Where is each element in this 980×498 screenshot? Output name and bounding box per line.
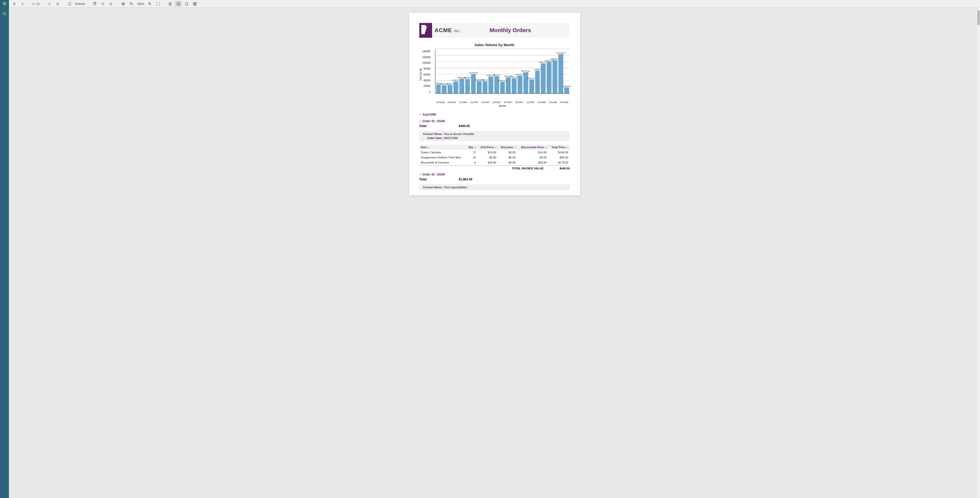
chart-bar: 94222.13 [541,49,546,93]
company-name: ACME INC. [434,27,461,34]
menu-icon[interactable] [2,1,7,6]
chart-bar: 45239.63 [465,49,470,93]
chart-bar: 71398.44 [535,49,540,93]
chart-bar: 47287.68 [511,49,517,93]
svg-rect-1 [94,3,95,5]
chart-bar: 38547.23 [482,49,488,93]
collapse-icon[interactable]: − [419,113,422,116]
last-page-button[interactable] [54,1,61,7]
zoom-out-icon[interactable] [128,1,135,7]
collapse-icon[interactable]: − [419,172,422,177]
multipage-icon[interactable] [91,1,98,7]
total-value: $440.00 [459,124,470,128]
sort-icon: ↓≡ [474,146,476,149]
zoom-level: 100% [136,2,145,5]
chart-bar: 104854.18 [552,49,558,93]
items-table: Item↓≡ Qty↓≡ Unit Price↓≡ Discount↓≡ Dis… [419,145,570,165]
chart-bar: 37515.73 [453,49,458,93]
sort-icon: ↓≡ [513,146,515,149]
collapse-icon[interactable]: − [419,119,422,123]
chart-x-label: Month [435,105,570,107]
single-page-icon[interactable] [183,1,190,7]
chart-y-label: Volume ($) [419,49,422,100]
total-label: Total: [419,178,459,181]
step-forward-icon[interactable] [107,1,115,7]
app-root: 1 / 13 Refresh 100% [0,0,980,498]
chart-bar: 45600.05 [459,49,465,93]
chart-bar: 51020.86 [506,49,511,93]
refresh-label[interactable]: Refresh [74,2,86,5]
col-unit[interactable]: Unit Price↓≡ [477,145,498,150]
chart-bar: 53032.95 [488,49,493,93]
invoice-total-label: TOTAL INVOICE VALUE: [509,167,560,170]
group-order-header[interactable]: −Order ID: 10248 [419,119,570,123]
svg-rect-4 [169,3,172,5]
search-icon[interactable] [2,11,7,16]
group-month-header[interactable]: −July/1996 [419,113,570,116]
svg-rect-6 [193,2,194,5]
toolbar: 1 / 13 Refresh 100% [9,0,980,8]
chart-bar: 36362.81 [500,49,505,93]
order-contact-block: Contact Name:Vins et alcools Chevalier O… [419,131,570,141]
chart-title: Sales Volume by Month [419,43,570,47]
total-label: Total: [419,124,459,128]
scrollbar[interactable] [977,8,980,498]
col-total[interactable]: Total Price↓≡ [548,145,570,150]
reload-icon[interactable] [66,1,73,7]
group-order-header[interactable]: −Order ID: 10249 [419,172,570,177]
left-sidebar [0,0,9,498]
report-title: Monthly Orders [461,27,570,34]
chart-bar: 27861.9 [436,49,441,93]
table-row: Queso Cabrales12$14.00$0.00$14.00$168.00 [419,150,570,155]
chart-bar: 26381.4 [447,49,453,93]
svg-point-0 [3,13,5,14]
sort-icon: ↓≡ [427,146,429,149]
prev-page-button[interactable] [19,1,26,7]
table-row: Mozzarella di Giovanni5$34.80$0.00$34.80… [419,160,570,165]
svg-rect-7 [194,2,195,5]
chart-bar: 61258.08 [471,49,476,93]
step-back-icon[interactable] [99,1,107,7]
next-page-button[interactable] [46,1,53,7]
sort-icon: ↓≡ [566,146,568,149]
col-discprice[interactable]: Discounted Price↓≡ [517,145,548,150]
zoom-in-icon[interactable] [146,1,153,7]
columns-icon[interactable] [191,1,198,7]
chart-bar: 99415.28 [546,49,552,93]
sort-icon: ↓≡ [544,146,547,149]
company-logo [419,23,432,38]
svg-rect-8 [196,2,196,5]
report-viewer[interactable]: ACME INC. Monthly Orders Sales Volume by… [9,8,980,498]
scrollbar-thumb[interactable] [977,10,980,25]
sales-chart: Sales Volume by Month Volume ($) 0200004… [419,43,570,107]
move-icon[interactable] [120,1,127,7]
chart-y-ticks: 020000400006000080000100000120000140000 [422,50,431,93]
svg-rect-5 [186,2,188,5]
chart-x-ticks: 07/199609/199611/199601/199703/199705/19… [435,101,570,103]
col-qty[interactable]: Qty↓≡ [466,145,477,150]
report-header: ACME INC. Monthly Orders [419,23,570,38]
invoice-total-value: $440.00 [560,167,570,170]
chart-plot: 27861.925485.2826381.437515.7345600.0545… [435,49,570,94]
book-icon[interactable] [175,1,182,7]
report-page: ACME INC. Monthly Orders Sales Volume by… [409,13,580,196]
fullscreen-icon[interactable] [154,1,162,7]
print-icon[interactable] [167,1,174,7]
chart-bar: 43533.81 [529,49,535,93]
order-contact-block: Contact Name:Toms Spezialitaten [419,184,570,190]
col-discount[interactable]: Discount↓≡ [498,145,517,150]
chart-bar: 66749.24 [523,49,528,93]
chart-bar: 38483.64 [476,49,482,93]
sort-icon: ↓≡ [494,146,496,149]
chart-bar: 18333.64 [564,49,570,93]
page-indicator: 1 / 13 [32,2,41,5]
first-page-button[interactable] [11,1,18,7]
main-area: 1 / 13 Refresh 100% [9,0,980,498]
col-item[interactable]: Item↓≡ [419,145,466,150]
table-row: Singaporean Hokkien Fried Mee10$9.80$0.0… [419,155,570,160]
chart-bar: 25485.28 [442,49,447,93]
chart-bar: 53781.3 [494,49,500,93]
total-value: $1,863.40 [459,178,473,181]
